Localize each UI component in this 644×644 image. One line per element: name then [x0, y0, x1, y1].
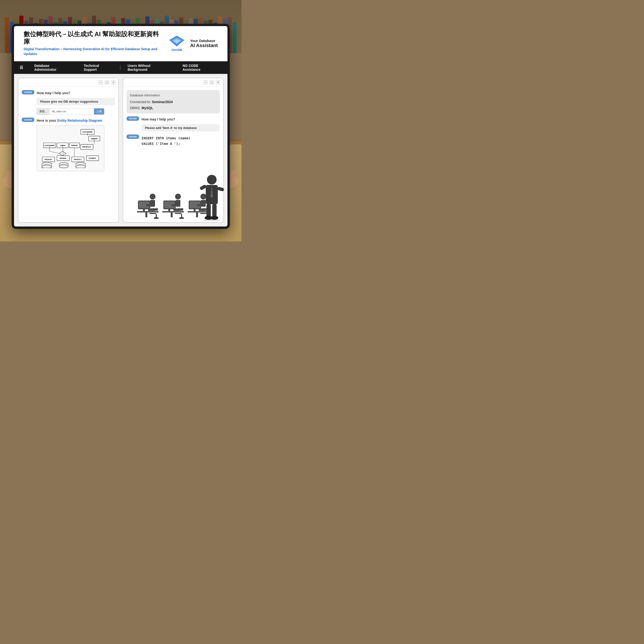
right-code-response: INSERT INTO items (name) VALUES ('Item A…	[142, 134, 190, 146]
svg-rect-85	[171, 212, 173, 217]
upload-action-btn[interactable]: 上傳	[94, 108, 104, 114]
left-close-btn[interactable]: ×	[111, 80, 115, 85]
erd-diagram: CUSTOMER ORDER PRODUCT	[37, 125, 104, 171]
svg-rect-82	[168, 209, 170, 211]
gendb-diamond-icon	[168, 35, 185, 47]
seated-figure-2-svg	[162, 190, 184, 219]
svg-rect-70	[137, 211, 159, 212]
svg-point-86	[175, 194, 181, 199]
browse-button[interactable]: 瀏覽...	[37, 108, 50, 114]
right-greeting-text: How may I help you?	[142, 116, 175, 121]
gendb-label: GenDB	[171, 48, 182, 52]
svg-text:⬦: ⬦	[62, 153, 63, 155]
nav-no-code-assistance[interactable]: NO CODE Assistance	[177, 61, 223, 74]
left-minimize-btn[interactable]: −	[99, 80, 103, 85]
nav-items: Database Administrator Technical Support…	[28, 61, 223, 74]
code-line-2: VALUES ('Item A ');	[142, 141, 190, 146]
gendb-logo: GenDB	[168, 35, 185, 52]
svg-text:PAYMENT: PAYMENT	[89, 157, 96, 159]
header-title-zh: 數位轉型時代－以生成式 AI 幫助架設和更新資料庫	[24, 30, 163, 45]
right-user-bubble: Please add 'Item A' to my database	[142, 124, 220, 132]
erd-svg: CUSTOMER ORDER PRODUCT	[39, 127, 102, 168]
svg-text:MANY-TO-ONE: MANY-TO-ONE	[76, 167, 85, 168]
code-line-1: INSERT INTO items (name)	[142, 135, 190, 141]
nav-technical-support[interactable]: Technical Support	[78, 61, 119, 74]
right-minimize-btn[interactable]: −	[203, 80, 208, 85]
svg-rect-96	[194, 209, 196, 211]
svg-rect-84	[162, 211, 184, 212]
right-restore-btn[interactable]: □	[210, 80, 214, 85]
svg-rect-77	[149, 213, 156, 214]
seated-figure-1	[137, 190, 159, 219]
db-connected-row: Connected to: Seminar2024	[130, 99, 216, 105]
monitor-screen: 數位轉型時代－以生成式 AI 幫助架設和更新資料庫 Digital Transf…	[14, 26, 227, 226]
left-ai-response-row: GENDB Here is your Entity Relationship D…	[22, 118, 115, 122]
svg-text:PRODUCT: PRODUCT	[44, 158, 52, 160]
right-gendb-badge: GENDB	[127, 116, 139, 121]
left-ai-gendb-badge: GENDB	[22, 118, 34, 122]
left-chat-panel: − □ × GENDB How may I help you? Please g…	[18, 78, 119, 223]
monitor-icon: 🖥	[19, 65, 24, 70]
nav-bar: 🖥 Database Administrator Technical Suppo…	[14, 61, 227, 74]
svg-rect-76	[146, 204, 151, 206]
header-banner: 數位轉型時代－以生成式 AI 幫助架設和更新資料庫 Digital Transf…	[14, 26, 227, 61]
monitor: 數位轉型時代－以生成式 AI 幫助架設和更新資料庫 Digital Transf…	[12, 24, 229, 228]
svg-text:MANY-TO-MANY: MANY-TO-MANY	[42, 167, 52, 168]
seated-figure-1-svg	[137, 190, 159, 219]
file-upload-bar[interactable]: 瀏覽... db_data.csv 上傳	[37, 108, 104, 115]
file-name-display: db_data.csv	[50, 109, 94, 114]
right-ai-gendb-badge: GENDB	[127, 134, 139, 139]
svg-text:PRODUCT: PRODUCT	[82, 146, 91, 148]
left-ai-response-prefix: Here is your	[37, 119, 57, 122]
header-right-text: Your Database AI Assistant	[190, 39, 218, 48]
svg-point-72	[150, 194, 156, 199]
db-dbms-row: DBMS: MySQL	[130, 105, 216, 111]
ai-assistant-text: AI Assistant	[190, 43, 218, 48]
dbms-label: DBMS:	[130, 106, 142, 110]
nav-divider: |	[119, 65, 122, 70]
left-user-message-wrapper: Please give me DB design suggestions	[37, 98, 115, 105]
left-greeting-row: GENDB How may I help you?	[22, 90, 115, 95]
left-panel-titlebar: − □ ×	[18, 78, 118, 87]
nav-database-admin[interactable]: Database Administrator	[28, 61, 78, 74]
svg-point-79	[154, 217, 159, 219]
right-greeting-row: GENDB How may I help you?	[127, 116, 220, 121]
dbms-value: MySQL	[142, 106, 153, 110]
right-ai-response-row: GENDB INSERT INTO items (name) VALUES ('…	[127, 134, 220, 146]
header-text-block: 數位轉型時代－以生成式 AI 幫助架設和更新資料庫 Digital Transf…	[24, 30, 163, 57]
connected-label: Connected to:	[130, 100, 152, 104]
svg-point-41	[59, 165, 68, 168]
svg-text:ORDER: ORDER	[71, 144, 78, 146]
left-gendb-badge: GENDB	[22, 90, 34, 94]
seated-figure-2	[162, 190, 184, 219]
left-restore-btn[interactable]: □	[105, 80, 109, 85]
left-panel-body: GENDB How may I help you? Please give me…	[18, 87, 118, 222]
your-database-text: Your Database	[190, 39, 218, 43]
svg-text:ORDEMY: ORDEMY	[60, 157, 67, 159]
db-info-title: Database Information	[130, 92, 216, 98]
connected-value: Seminar2024	[152, 100, 173, 104]
right-user-message-wrapper: Please add 'Item A' to my database	[142, 124, 220, 132]
svg-rect-91	[175, 213, 182, 214]
left-greeting-text: How may I help you?	[37, 90, 70, 95]
right-panel-titlebar: − □ ×	[123, 78, 223, 87]
header-title-en: Digital Transformation – Harnessing Gene…	[24, 47, 163, 56]
svg-text:PRODUCT: PRODUCT	[74, 158, 82, 160]
db-info-box: Database Information Connected to: Semin…	[127, 90, 220, 114]
svg-rect-68	[143, 209, 145, 211]
main-content: − □ × GENDB How may I help you? Please g…	[14, 74, 227, 226]
svg-rect-71	[145, 212, 147, 217]
left-ai-response-text: Here is your Entity Relationship Diagram	[37, 118, 102, 122]
left-user-bubble: Please give me DB design suggestions	[37, 98, 115, 105]
svg-rect-99	[196, 212, 198, 217]
svg-point-93	[179, 217, 184, 219]
right-close-btn[interactable]: ×	[216, 80, 220, 85]
nav-users-without-background[interactable]: Users Without Background	[122, 61, 177, 74]
left-ai-erd-highlight: Entity Relationship Diagram	[57, 119, 102, 122]
svg-rect-90	[171, 204, 177, 206]
